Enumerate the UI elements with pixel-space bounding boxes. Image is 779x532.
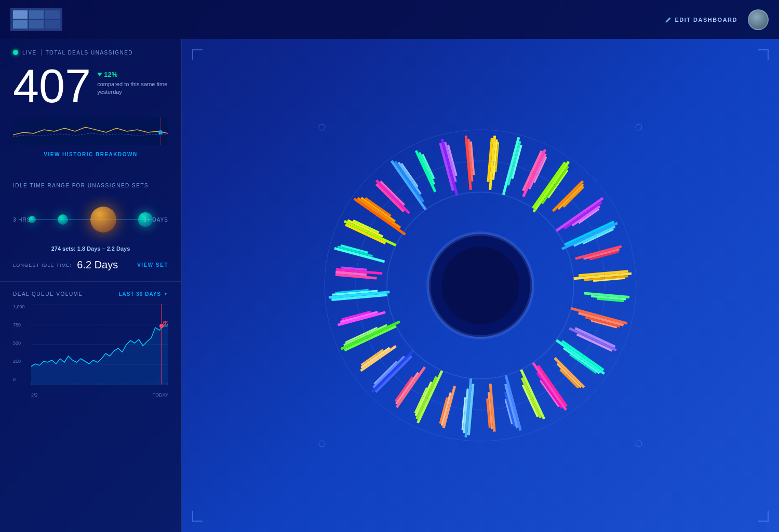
- comparison-box: 12% compared to this same time yesterday: [97, 71, 168, 97]
- svg-rect-153: [341, 320, 400, 350]
- svg-rect-129: [556, 363, 582, 388]
- header: EDIT DASHBOARD: [0, 0, 779, 39]
- y-label-250: 250: [13, 359, 31, 364]
- card-live-deals: LIVE TOTAL DEALS UNASSIGNED 407 12% comp…: [0, 39, 181, 172]
- view-historic-link[interactable]: VIEW HISTORIC BREAKDOWN: [13, 145, 168, 161]
- live-indicator: [13, 50, 18, 55]
- track-label-right: 5+ DAYS: [143, 217, 168, 223]
- svg-rect-157: [360, 347, 390, 369]
- caret-down-icon: ▼: [164, 292, 168, 296]
- header-right: EDIT DASHBOARD: [665, 9, 769, 30]
- svg-rect-133: [536, 372, 562, 409]
- svg-rect-121: [574, 327, 615, 348]
- sparkline-svg: [13, 117, 168, 145]
- svg-point-186: [636, 441, 642, 447]
- logo-area: [10, 8, 62, 31]
- sets-range: 1.8 Days – 2.2 Days: [77, 245, 130, 252]
- view-set-button[interactable]: VIEW SET: [137, 262, 168, 268]
- avatar[interactable]: [748, 9, 769, 30]
- svg-rect-166: [417, 370, 443, 424]
- svg-rect-66: [380, 181, 405, 206]
- sidebar: LIVE TOTAL DEALS UNASSIGNED 407 12% comp…: [0, 39, 182, 532]
- y-label-0: 0: [13, 377, 31, 382]
- longest-idle-label: LONGEST IDLE TIME:: [13, 263, 72, 268]
- chart-x-labels: 2/2 TODAY: [31, 392, 168, 398]
- svg-point-184: [636, 124, 642, 130]
- bubble-small-2: [58, 214, 68, 225]
- chart-y-labels: 1,000 750 500 250 0: [13, 304, 31, 382]
- header-divider: [41, 49, 42, 56]
- y-label-500: 500: [13, 340, 31, 346]
- period-selector[interactable]: LAST 30 DAYS ▼: [118, 291, 168, 297]
- edit-dashboard-label: EDIT DASHBOARD: [675, 17, 737, 23]
- svg-rect-105: [573, 226, 615, 247]
- svg-rect-136: [521, 377, 542, 418]
- corner-bracket-bottom-left: [192, 511, 203, 522]
- svg-point-183: [319, 124, 325, 130]
- card3-header: DEAL QUEUE VOLUME LAST 30 DAYS ▼: [13, 291, 168, 297]
- down-arrow-icon: [97, 73, 102, 76]
- x-label-today: TODAY: [153, 392, 168, 398]
- idle-footer: LONGEST IDLE TIME: 6.2 Days VIEW SET: [13, 259, 168, 271]
- svg-rect-100: [563, 201, 602, 230]
- card2-title: IDLE TIME RANGE FOR UNASSIGNED SETS: [13, 183, 168, 188]
- svg-rect-164: [395, 372, 419, 404]
- bubble-small-1: [29, 216, 36, 223]
- svg-text:698: 698: [163, 320, 168, 326]
- line-chart-svg: 698: [31, 304, 168, 385]
- card3-title: DEAL QUEUE VOLUME: [13, 291, 83, 297]
- corner-bracket-top-right: [758, 49, 769, 60]
- card1-title: TOTAL DEALS UNASSIGNED: [46, 50, 133, 56]
- card-deal-queue: DEAL QUEUE VOLUME LAST 30 DAYS ▼ 1,000 7…: [0, 282, 181, 532]
- logo: [10, 8, 62, 31]
- svg-rect-68: [394, 161, 425, 203]
- card1-main-row: 407 12% compared to this same time yeste…: [13, 63, 168, 110]
- radial-chart-svg: [299, 104, 662, 467]
- svg-rect-85: [502, 137, 520, 195]
- comparison-text: compared to this same time yesterday: [97, 80, 168, 97]
- svg-rect-118: [578, 312, 624, 326]
- sets-label: 274 sets:: [51, 245, 76, 252]
- svg-rect-86: [507, 141, 521, 186]
- svg-rect-72: [419, 152, 435, 185]
- radial-chart-area: [182, 39, 779, 532]
- sparkline-container: [13, 117, 168, 145]
- y-label-750: 750: [13, 322, 31, 328]
- chart-area: 1,000 750 500 250 0: [13, 304, 168, 398]
- comparison-pct: 12%: [97, 71, 168, 78]
- svg-point-178: [441, 247, 519, 324]
- live-label: LIVE: [22, 50, 37, 56]
- svg-rect-62: [360, 197, 396, 222]
- corner-bracket-top-left: [192, 49, 203, 60]
- pencil-icon: [665, 17, 671, 23]
- svg-point-185: [319, 441, 325, 447]
- svg-rect-154: [343, 324, 387, 346]
- y-label-1000: 1,000: [13, 304, 31, 309]
- svg-rect-97: [557, 183, 584, 210]
- track-dots: [29, 207, 153, 233]
- longest-idle-value: 6.2 Days: [77, 259, 118, 271]
- bubble-track: 3 HRS 5+ DAYS: [13, 199, 168, 240]
- bubble-sublabel: 274 sets: 1.8 Days – 2.2 Days: [13, 245, 168, 252]
- edit-dashboard-button[interactable]: EDIT DASHBOARD: [665, 17, 737, 23]
- card-idle-time: IDLE TIME RANGE FOR UNASSIGNED SETS 3 HR…: [0, 172, 181, 282]
- x-label-start: 2/2: [31, 392, 38, 398]
- bubble-large: [90, 207, 116, 233]
- period-label: LAST 30 DAYS: [118, 291, 161, 297]
- card-live-header: LIVE TOTAL DEALS UNASSIGNED: [13, 49, 168, 56]
- corner-bracket-bottom-right: [758, 511, 769, 522]
- total-deals-number: 407: [13, 63, 91, 110]
